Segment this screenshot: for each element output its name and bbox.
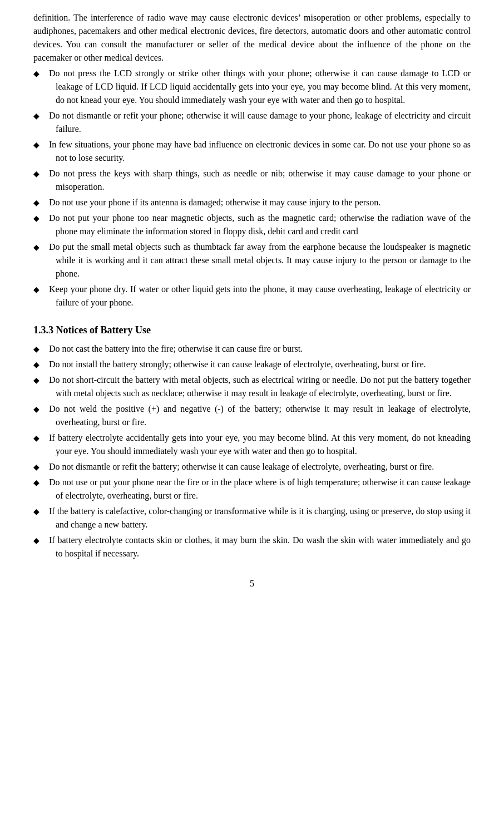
bullet-item: ◆Do not use your phone if its antenna is… [33,196,471,209]
bullet-item: ◆Do not dismantle or refit the battery; … [33,460,471,474]
bullet-item: ◆If battery electrolyte accidentally get… [33,431,471,458]
intro-paragraph: definition. The interference of radio wa… [33,11,471,65]
bullet-text: Do not press the LCD strongly or strike … [49,68,471,105]
bullet-text: Do not dismantle or refit the battery; o… [49,462,434,471]
bullet-item: ◆If the battery is calefactive, color-ch… [33,505,471,531]
bullet-item: ◆Do not press the keys with sharp things… [33,167,471,194]
bullet-text: Keep your phone dry. If water or other l… [49,284,471,307]
bullet-item: ◆Do not dismantle or refit your phone; o… [33,109,471,136]
bullet-text: Do not press the keys with sharp things,… [49,169,471,191]
bullet-item: ◆In few situations, your phone may have … [33,138,471,165]
bullet-text: Do not install the battery strongly; oth… [49,359,426,369]
bullet-text: If the battery is calefactive, color-cha… [49,506,471,529]
page-content: definition. The interference of radio wa… [33,11,471,590]
bullet-text: Do not put your phone too near magnetic … [49,213,471,236]
bullet-text: In few situations, your phone may have b… [49,140,471,162]
bullet-text: If battery electrolyte contacts skin or … [49,535,471,558]
bullet-item: ◆Do not use or put your phone near the f… [33,476,471,502]
bullet-text: Do not short-circuit the battery with me… [49,375,471,398]
bullet-item: ◆Do put the small metal objects such as … [33,240,471,280]
bullet-item: ◆Do not put your phone too near magnetic… [33,211,471,238]
section-heading-battery: 1.3.3 Notices of Battery Use [33,323,471,338]
bullet-item: ◆If battery electrolyte contacts skin or… [33,534,471,560]
bullet-text: Do not use or put your phone near the fi… [49,477,471,500]
bullet-item: ◆Do not press the LCD strongly or strike… [33,67,471,107]
bullet-item: ◆Do not weld the positive (+) and negati… [33,402,471,429]
bullet-text: Do not cast the battery into the fire; o… [49,344,303,353]
bullet-text: Do put the small metal objects such as t… [49,242,471,278]
bullet-text: Do not dismantle or refit your phone; ot… [49,111,471,134]
bullet-item: ◆Do not install the battery strongly; ot… [33,358,471,371]
bullet-item: ◆Do not short-circuit the battery with m… [33,373,471,400]
bullet-item: ◆Keep your phone dry. If water or other … [33,283,471,309]
bullet-text: If battery electrolyte accidentally gets… [49,433,471,456]
page-number: 5 [33,577,471,590]
bullet-item: ◆Do not cast the battery into the fire; … [33,342,471,356]
bullet-text: Do not weld the positive (+) and negativ… [49,404,471,427]
bullet-text: Do not use your phone if its antenna is … [49,198,381,207]
